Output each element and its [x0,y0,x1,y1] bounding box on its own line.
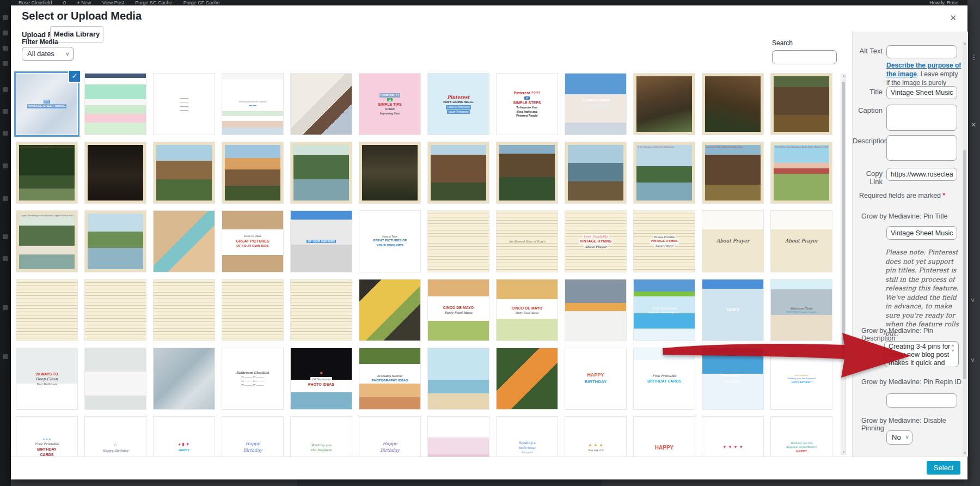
date-filter-select[interactable]: All dates ˅ [22,47,74,61]
media-tile[interactable]: Wishing you thehappiest of birthdays!HAP… [771,417,832,459]
media-tile[interactable] [222,280,283,341]
media-tile[interactable]: 20 Creative SummerPHOTOGRAPHY IDEAS [359,348,420,409]
media-tile[interactable]: 11 SIMPLE STEPSto Improve Your Blog Traf… [565,74,626,135]
media-tile[interactable]: About Prayer [702,211,763,272]
media-tile[interactable] [154,280,215,341]
media-tile[interactable] [85,280,146,341]
media-tile[interactable] [291,74,352,135]
scroll-up-icon[interactable]: ˄ [842,75,846,78]
caption-textarea[interactable] [886,105,957,131]
admin-howdy[interactable]: Howdy, Rose [929,0,958,5]
media-tile[interactable]: In the Narrows, Dells of the Wisconsin [634,142,695,203]
media-tile[interactable] [291,280,352,341]
media-tile[interactable]: HappyBirthday [222,417,283,459]
media-tile[interactable]: Luncheon Hall, Dells of the Wisconsin [702,142,763,203]
select-button[interactable]: Select [927,461,960,475]
media-tile[interactable]: 20 WAYS TODeep CleanYour Bathroom [16,348,77,409]
tile-text: OF YOUR OWN KIDS [291,211,352,272]
media-tile[interactable] [16,280,77,341]
scrollbar-thumb[interactable] [963,150,966,379]
media-tile[interactable]: HAPPY [634,417,695,459]
media-tile[interactable] [291,142,352,203]
title-input[interactable] [886,86,957,99]
textarea-scroll-icons[interactable]: ˄˅ [950,343,956,353]
media-tile[interactable] [428,348,489,409]
media-tile[interactable]: Joy Feast Dance, Stand Rock Indian Cerem… [16,142,77,203]
media-tile[interactable]: Free PrintableVINTAGE HYMNSAbout Prayer [565,211,626,272]
media-tile[interactable] [771,74,832,135]
scroll-up-icon[interactable]: ˄ [963,42,967,46]
media-tile[interactable] [85,74,146,135]
media-tile[interactable]: Pinterest ??11SIMPLE TIPSto StartImprovi… [359,74,420,135]
media-tile[interactable] [702,74,763,135]
media-tile[interactable] [565,142,626,203]
media-tile[interactable]: Clipper Winnebago in the Narrows, Upper … [16,211,77,272]
media-tile[interactable]: ▼ ▼ ▼ ▼ [702,417,763,459]
scroll-down-icon[interactable]: ˅ [842,450,846,454]
alt-text-input[interactable] [886,45,957,58]
media-tile[interactable]: OF YOUR OWN KIDS [291,211,352,272]
media-tile[interactable]: HAPPYBIRTHDAY [565,348,626,409]
media-tile[interactable]: CINCO DE MAYOParty Food Ideas [497,280,558,341]
pin-title-input[interactable] [886,226,957,240]
tile-text: ● ▮ ▼HAPPY [154,417,215,459]
close-panel-icon: ✕ [971,121,976,129]
media-tile[interactable]: ● ▮ ▼HAPPY [154,417,215,459]
media-tile[interactable]: Wishing youthe happiest [291,417,352,459]
media-tile[interactable]: ▲ ▲ ▲You say it's [565,417,626,459]
media-tile[interactable] [222,142,283,203]
media-tile[interactable] [428,211,489,272]
media-tile[interactable] [634,74,695,135]
media-tile[interactable] [154,211,215,272]
media-tile[interactable]: The Vill De Luxe Bungalow, At the Dells,… [771,142,832,203]
admin-view-post[interactable]: View Post [102,0,124,5]
admin-new-button[interactable]: + New [77,0,91,5]
admin-comments-count[interactable]: 0 [63,0,66,5]
admin-site-name[interactable]: Rose Clearfield [19,0,52,5]
description-textarea[interactable] [886,135,957,161]
admin-purge-sg-cache[interactable]: Purge SG Cache [135,0,172,5]
media-tile[interactable]: How to TakeGREAT PICTURESOF YOUR OWN KID… [222,211,283,272]
scrollbar-thumb[interactable] [842,82,845,360]
media-tile[interactable] [497,142,558,203]
sidebar-scrollbar[interactable]: ˄ ˅ [963,41,967,455]
media-tile[interactable]: ■ ■ ■Free PrintableBIRTHDAYCARDS [16,417,77,459]
media-tile[interactable]: Pinterest ????11SIMPLE STEPSTo Improve Y… [497,74,558,135]
media-tile[interactable] [359,280,420,341]
media-tile[interactable]: PinterestISN'T GOING WELLHow to improvey… [428,74,489,135]
media-tile[interactable]: HappyBirthday [359,417,420,459]
search-input[interactable] [772,50,837,64]
media-tile[interactable]: DIYVINTAGE SHEET MUSIC✓ [16,74,77,135]
close-icon[interactable]: ✕ [950,13,957,23]
media-tile[interactable] [85,142,146,203]
media-tile[interactable]: the Blessed Hour of Pray'r [497,211,558,272]
pin-repin-input[interactable] [886,393,957,408]
media-tile[interactable] [85,211,146,272]
media-tile[interactable] [428,417,489,459]
media-tile[interactable]: Getting Started with Tailwind▬ ▬ [222,74,283,135]
media-tile[interactable]: ✷20 SummerPHOTO IDEAS [291,348,352,409]
media-tile[interactable] [85,348,146,409]
date-filter-value: All dates [27,50,54,58]
admin-purge-cf-cache[interactable]: Purge CF Cache [183,0,220,5]
media-tile[interactable]: Bathroom Checklist☐ ──── ☐ ────☐ ──── ☐ … [222,348,283,409]
media-tile[interactable] [497,348,558,409]
media-tile[interactable]: ━━━━━━━━━━━━━━━━━━━━ [154,74,215,135]
media-tile[interactable]: How to TakeGREAT PICTURES OFYOUR OWN KID… [359,211,420,272]
tile-text: ✷20 SummerPHOTO IDEAS [291,348,352,409]
media-tile[interactable] [565,280,626,341]
scroll-down-icon[interactable]: ˅ [963,451,967,455]
media-tile[interactable] [359,142,420,203]
grid-scrollbar[interactable]: ˄ ˅ [841,74,846,455]
tile-text: CINCO DE MAYOParty Food Ideas [428,280,489,341]
media-tile[interactable]: Sending alittle treatfor your [497,417,558,459]
media-tile[interactable]: 25 Free PrintableVINTAGE HYMNSAbout Pray… [634,211,695,272]
copy-link-input[interactable] [886,168,957,181]
media-tile[interactable]: ⌂Happy Birthday [85,417,146,459]
media-tile[interactable] [154,142,215,203]
media-tile[interactable]: CINCO DE MAYOParty Food Ideas [428,280,489,341]
media-tile[interactable] [428,142,489,203]
media-tile[interactable]: About Prayer [771,211,832,272]
disable-pinning-select[interactable]: No ˅ [886,430,912,445]
media-tile[interactable] [154,348,215,409]
